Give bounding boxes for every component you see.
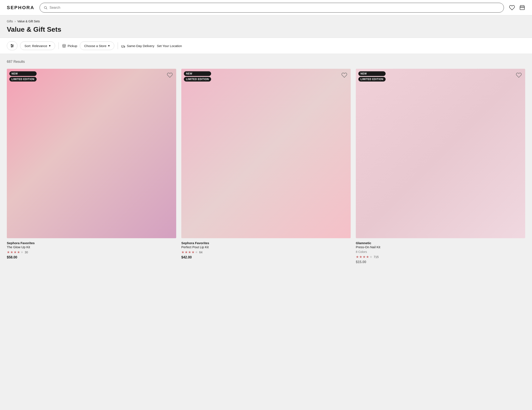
badge-new: NEW — [358, 71, 386, 76]
set-location-label: Set Your Location — [157, 44, 182, 48]
stars-row: ★★★★★ 64 — [181, 250, 351, 254]
heart-icon — [341, 72, 347, 78]
header: SEPHORA — [0, 0, 532, 15]
star-empty: ★ — [195, 250, 198, 254]
star-filled: ★ — [7, 250, 10, 254]
product-image-area: NEW LIMITED EDITION — [7, 69, 176, 238]
stars: ★★★★★ — [7, 250, 23, 254]
stars-row: ★★★★★ 30 — [7, 250, 176, 254]
cart-button[interactable] — [519, 5, 525, 11]
product-card: NEW LIMITED EDITION Sephora Favorites Th… — [7, 69, 176, 264]
review-count: 715 — [374, 255, 379, 259]
svg-rect-10 — [63, 45, 66, 47]
product-price: $42.00 — [181, 256, 351, 259]
set-location-button[interactable]: Set Your Location — [157, 42, 182, 50]
svg-rect-13 — [122, 46, 124, 47]
badge-limited: LIMITED EDITION — [184, 77, 211, 82]
svg-point-9 — [11, 46, 12, 47]
svg-point-7 — [11, 44, 12, 45]
svg-point-0 — [44, 6, 47, 9]
star-filled: ★ — [10, 250, 13, 254]
product-brand: Sephora Favorites — [7, 241, 176, 245]
wishlist-button-2[interactable] — [515, 71, 523, 80]
star-filled: ★ — [185, 250, 188, 254]
product-price: $58.00 — [7, 256, 176, 259]
page-title: Value & Gift Sets — [7, 26, 525, 33]
results-count: 687 Results — [7, 60, 525, 64]
delivery-icon — [121, 44, 125, 48]
product-image-area: NEW LIMITED EDITION — [356, 69, 525, 238]
badge-new: NEW — [184, 71, 211, 76]
heart-icon — [509, 5, 515, 11]
star-filled: ★ — [359, 255, 362, 259]
star-empty: ★ — [20, 250, 23, 254]
choose-store-button[interactable]: Choose a Store ▾ — [80, 41, 114, 50]
filter-bar: Sort: Relevance ▾ Pickup Choose a Store … — [0, 38, 532, 54]
product-card: NEW LIMITED EDITION Sephora Favorites Pe… — [181, 69, 351, 264]
cart-icon — [519, 5, 525, 11]
same-day-label: Same-Day Delivery — [127, 44, 154, 48]
store-icon — [62, 44, 66, 48]
wishlist-button-1[interactable] — [341, 71, 348, 80]
product-card: NEW LIMITED EDITION Glamnetic Press-On N… — [356, 69, 525, 264]
product-name: The Glow Up Kit — [7, 245, 176, 249]
star-filled: ★ — [181, 250, 184, 254]
product-name: Perfect Pout Lip Kit — [181, 245, 351, 249]
stars: ★★★★★ — [356, 255, 372, 259]
product-name: Press-On Nail Kit — [356, 245, 525, 249]
star-filled: ★ — [14, 250, 17, 254]
breadcrumb: Gifts › Value & Gift Sets — [7, 19, 525, 23]
review-count: 64 — [199, 250, 203, 254]
page-title-area: Value & Gift Sets — [0, 23, 532, 38]
product-grid: NEW LIMITED EDITION Sephora Favorites Th… — [7, 69, 525, 264]
star-filled: ★ — [363, 255, 366, 259]
pickup-button[interactable]: Pickup — [62, 42, 77, 50]
product-image-area: NEW LIMITED EDITION — [181, 69, 351, 238]
breadcrumb-current: Value & Gift Sets — [17, 19, 40, 23]
badge-limited: LIMITED EDITION — [9, 77, 37, 82]
svg-point-8 — [13, 45, 13, 46]
badges: NEW LIMITED EDITION — [9, 71, 37, 82]
product-variant: 8 Colors — [356, 250, 525, 254]
heart-icon — [167, 72, 173, 78]
star-filled: ★ — [17, 250, 20, 254]
breadcrumb-separator: › — [15, 19, 16, 23]
breadcrumb-gifts-link[interactable]: Gifts — [7, 19, 13, 23]
badges: NEW LIMITED EDITION — [358, 71, 386, 82]
choose-store-label: Choose a Store — [84, 44, 106, 48]
filter-divider-2 — [118, 42, 118, 49]
product-brand: Glamnetic — [356, 241, 525, 245]
store-chevron: ▾ — [108, 44, 110, 48]
header-icons — [509, 5, 525, 11]
search-input[interactable] — [50, 6, 500, 10]
product-price: $15.00 — [356, 260, 525, 264]
breadcrumb-area: Gifts › Value & Gift Sets — [0, 15, 532, 23]
filter-divider-1 — [58, 42, 59, 49]
svg-rect-2 — [520, 7, 524, 10]
same-day-button[interactable]: Same-Day Delivery — [121, 42, 154, 50]
svg-line-1 — [46, 8, 47, 9]
results-area: 687 Results NEW LIMITED EDITION Sephora … — [0, 54, 532, 270]
search-icon — [44, 6, 48, 10]
filters-button[interactable] — [7, 41, 18, 50]
star-empty: ★ — [370, 255, 372, 259]
product-brand: Sephora Favorites — [181, 241, 351, 245]
stars-row: ★★★★★ 715 — [356, 255, 525, 259]
heart-icon — [516, 72, 522, 78]
search-bar[interactable] — [39, 3, 504, 13]
stars: ★★★★★ — [181, 250, 198, 254]
sort-chevron: ▾ — [49, 44, 51, 48]
wishlist-button-0[interactable] — [166, 71, 174, 80]
badge-new: NEW — [9, 71, 37, 76]
badges: NEW LIMITED EDITION — [184, 71, 211, 82]
sort-button[interactable]: Sort: Relevance ▾ — [20, 41, 55, 50]
svg-rect-12 — [63, 46, 65, 47]
badge-limited: LIMITED EDITION — [358, 77, 386, 82]
star-filled: ★ — [191, 250, 194, 254]
star-half: ★ — [366, 255, 369, 259]
star-filled: ★ — [188, 250, 191, 254]
review-count: 30 — [25, 250, 28, 254]
wishlist-button[interactable] — [509, 5, 515, 11]
pickup-label: Pickup — [68, 44, 77, 48]
star-filled: ★ — [356, 255, 359, 259]
